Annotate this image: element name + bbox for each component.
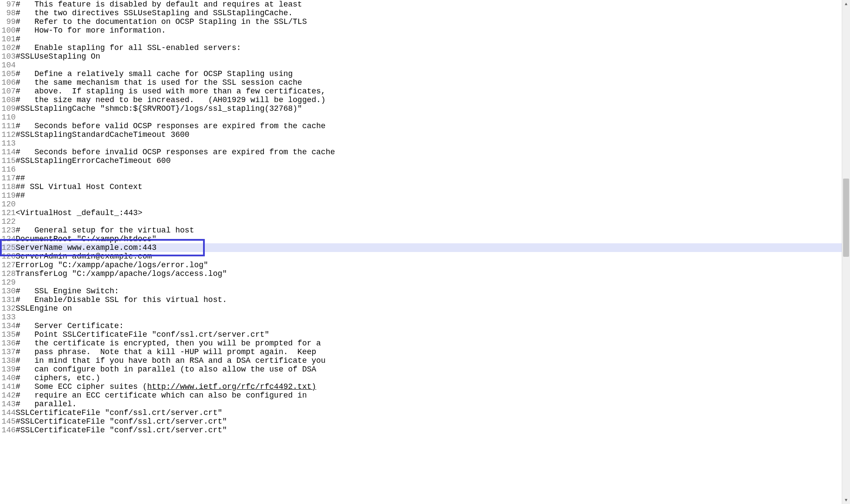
line-text: ServerName www.example.com:443: [16, 243, 842, 252]
code-line[interactable]: 133: [0, 313, 842, 322]
code-line[interactable]: 114# Seconds before invalid OCSP respons…: [0, 148, 842, 156]
line-number: 116: [0, 165, 16, 174]
code-line[interactable]: 142# require an ECC certificate which ca…: [0, 391, 842, 400]
line-number: 105: [0, 70, 16, 78]
line-text: TransferLog "C:/xampp/apache/logs/access…: [16, 269, 842, 278]
code-line[interactable]: 127ErrorLog "C:/xampp/apache/logs/error.…: [0, 261, 842, 269]
line-number: 136: [0, 339, 16, 348]
code-line[interactable]: 106# the same mechanism that is used for…: [0, 78, 842, 87]
line-number: 120: [0, 200, 16, 209]
code-line[interactable]: 115#SSLStaplingErrorCacheTimeout 600: [0, 156, 842, 165]
code-line[interactable]: 130# SSL Engine Switch:: [0, 287, 842, 295]
line-text: #SSLStaplingCache "shmcb:${SRVROOT}/logs…: [16, 104, 842, 113]
line-number: 111: [0, 122, 16, 130]
line-text: # can configure both in parallel (to als…: [16, 365, 842, 374]
line-number: 117: [0, 174, 16, 182]
line-number: 142: [0, 391, 16, 400]
line-number: 119: [0, 191, 16, 200]
line-number: 121: [0, 209, 16, 217]
code-line[interactable]: 103#SSLUseStapling On: [0, 52, 842, 61]
code-line[interactable]: 129: [0, 278, 842, 287]
line-number: 115: [0, 156, 16, 165]
code-editor[interactable]: 97# This feature is disabled by default …: [0, 0, 850, 504]
code-line[interactable]: 120: [0, 200, 842, 209]
code-line[interactable]: 111# Seconds before valid OCSP responses…: [0, 122, 842, 130]
line-text: #SSLStaplingErrorCacheTimeout 600: [16, 156, 842, 165]
code-line[interactable]: 121<VirtualHost _default_:443>: [0, 209, 842, 217]
code-line[interactable]: 139# can configure both in parallel (to …: [0, 365, 842, 374]
code-line[interactable]: 138# in mind that if you have both an RS…: [0, 356, 842, 365]
line-number: 143: [0, 400, 16, 408]
scroll-down-button[interactable]: ▼: [842, 496, 850, 504]
code-lines[interactable]: 97# This feature is disabled by default …: [0, 0, 842, 504]
line-number: 133: [0, 313, 16, 322]
code-line[interactable]: 122: [0, 217, 842, 226]
code-line[interactable]: 134# Server Certificate:: [0, 322, 842, 330]
code-line[interactable]: 97# This feature is disabled by default …: [0, 0, 842, 9]
code-line[interactable]: 107# above. If stapling is used with mor…: [0, 87, 842, 96]
code-line[interactable]: 99# Refer to the documentation on OCSP S…: [0, 17, 842, 26]
line-number: 132: [0, 304, 16, 313]
line-number: 107: [0, 87, 16, 96]
line-number: 110: [0, 113, 16, 122]
code-line[interactable]: 101#: [0, 35, 842, 43]
code-line[interactable]: 113: [0, 139, 842, 148]
scroll-thumb[interactable]: [843, 179, 849, 257]
code-line[interactable]: 116: [0, 165, 842, 174]
line-text: #SSLCertificateFile "conf/ssl.crt/server…: [16, 426, 842, 434]
code-line[interactable]: 117##: [0, 174, 842, 182]
code-line[interactable]: 100# How-To for more information.: [0, 26, 842, 35]
code-line[interactable]: 136# the certificate is encrypted, then …: [0, 339, 842, 348]
line-number: 103: [0, 52, 16, 61]
line-text: [16, 217, 842, 226]
scroll-track[interactable]: [842, 8, 850, 496]
code-line[interactable]: 124DocumentRoot "C:/xampp/htdocs": [0, 235, 842, 243]
code-line[interactable]: 126ServerAdmin admin@example.com: [0, 252, 842, 261]
code-line[interactable]: 119##: [0, 191, 842, 200]
line-number: 128: [0, 269, 16, 278]
line-text: [16, 200, 842, 209]
line-number: 126: [0, 252, 16, 261]
code-line[interactable]: 110: [0, 113, 842, 122]
code-line[interactable]: 144SSLCertificateFile "conf/ssl.crt/serv…: [0, 408, 842, 417]
line-number: 141: [0, 382, 16, 391]
code-line[interactable]: 135# Point SSLCertificateFile "conf/ssl.…: [0, 330, 842, 339]
line-number: 98: [0, 9, 16, 17]
code-line[interactable]: 123# General setup for the virtual host: [0, 226, 842, 235]
code-line[interactable]: 128TransferLog "C:/xampp/apache/logs/acc…: [0, 269, 842, 278]
code-line[interactable]: 104: [0, 61, 842, 70]
vertical-scrollbar[interactable]: ▲ ▼: [842, 0, 850, 504]
line-number: 102: [0, 43, 16, 52]
line-text: [16, 313, 842, 322]
line-text: # Seconds before valid OCSP responses ar…: [16, 122, 842, 130]
line-text: # the certificate is encrypted, then you…: [16, 339, 842, 348]
line-number: 108: [0, 96, 16, 104]
code-line[interactable]: 143# parallel.: [0, 400, 842, 408]
url-link[interactable]: http://www.ietf.org/rfc/rfc4492.txt): [147, 382, 316, 391]
code-line[interactable]: 118## SSL Virtual Host Context: [0, 182, 842, 191]
code-line[interactable]: 112#SSLStaplingStandardCacheTimeout 3600: [0, 130, 842, 139]
line-text: # Define a relatively small cache for OC…: [16, 70, 842, 78]
code-line[interactable]: 109#SSLStaplingCache "shmcb:${SRVROOT}/l…: [0, 104, 842, 113]
code-line[interactable]: 125ServerName www.example.com:443: [0, 243, 842, 252]
line-text: DocumentRoot "C:/xampp/htdocs": [16, 235, 842, 243]
line-number: 104: [0, 61, 16, 70]
line-text: # How-To for more information.: [16, 26, 842, 35]
line-number: 99: [0, 17, 16, 26]
line-number: 118: [0, 182, 16, 191]
code-line[interactable]: 105# Define a relatively small cache for…: [0, 70, 842, 78]
code-line[interactable]: 98# the two directives SSLUseStapling an…: [0, 9, 842, 17]
code-line[interactable]: 108# the size may need to be increased. …: [0, 96, 842, 104]
code-line[interactable]: 141# Some ECC cipher suites (http://www.…: [0, 382, 842, 391]
code-line[interactable]: 137# pass phrase. Note that a kill -HUP …: [0, 348, 842, 356]
line-number: 124: [0, 235, 16, 243]
code-line[interactable]: 102# Enable stapling for all SSL-enabled…: [0, 43, 842, 52]
code-line[interactable]: 146#SSLCertificateFile "conf/ssl.crt/ser…: [0, 426, 842, 434]
line-text: # Some ECC cipher suites (http://www.iet…: [16, 382, 842, 391]
scroll-up-button[interactable]: ▲: [842, 0, 850, 8]
code-line[interactable]: 145#SSLCertificateFile "conf/ssl.crt/ser…: [0, 417, 842, 426]
line-text: ## SSL Virtual Host Context: [16, 182, 842, 191]
code-line[interactable]: 132SSLEngine on: [0, 304, 842, 313]
code-line[interactable]: 140# ciphers, etc.): [0, 374, 842, 382]
code-line[interactable]: 131# Enable/Disable SSL for this virtual…: [0, 295, 842, 304]
